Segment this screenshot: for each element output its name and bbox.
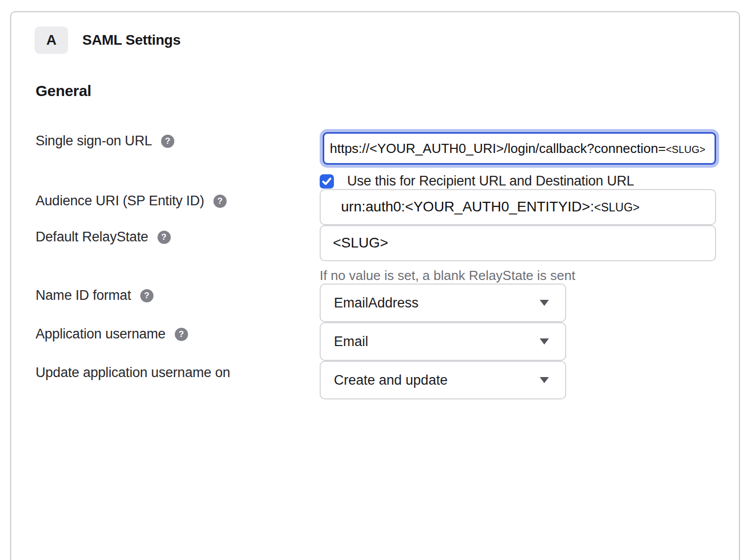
audience-uri-input[interactable]: urn:auth0:<YOUR_AUTH0_ENTITYID>:<SLUG> <box>320 189 716 225</box>
section-badge: A <box>35 26 68 54</box>
name-id-format-value: EmailAddress <box>334 295 419 311</box>
help-icon[interactable]: ? <box>161 135 174 148</box>
chevron-down-icon <box>540 300 549 306</box>
row-update-application-username: Update application username on Create an… <box>36 361 719 399</box>
row-default-relay-state: Default RelayState ? <SLUG> If no value … <box>36 225 719 284</box>
default-relay-state-helper: If no value is set, a blank RelayState i… <box>320 268 716 284</box>
help-icon[interactable]: ? <box>175 328 188 341</box>
checkmark-icon <box>322 177 332 186</box>
name-id-format-label: Name ID format <box>36 288 131 303</box>
single-sign-on-url-value: https://<YOUR_AUTH0_URI>/login/callback?… <box>330 141 666 157</box>
single-sign-on-url-label-group: Single sign-on URL ? <box>36 129 320 149</box>
card-header: A SAML Settings <box>35 26 719 54</box>
update-application-username-label: Update application username on <box>36 365 230 381</box>
single-sign-on-url-slug: <SLUG> <box>666 144 705 155</box>
single-sign-on-url-label: Single sign-on URL <box>36 133 152 149</box>
help-icon[interactable]: ? <box>158 231 171 244</box>
row-application-username: Application username ? Email <box>36 322 719 361</box>
audience-uri-label: Audience URI (SP Entity ID) <box>36 193 204 209</box>
chevron-down-icon <box>540 338 549 345</box>
application-username-select[interactable]: Email <box>320 322 566 361</box>
name-id-format-select[interactable]: EmailAddress <box>320 284 566 322</box>
default-relay-state-input[interactable]: <SLUG> <box>320 225 716 261</box>
row-single-sign-on-url: Single sign-on URL ? https://<YOUR_AUTH0… <box>36 129 719 189</box>
row-name-id-format: Name ID format ? EmailAddress <box>36 284 719 322</box>
page-title: SAML Settings <box>82 32 180 48</box>
saml-settings-card: A SAML Settings General Single sign-on U… <box>10 11 740 560</box>
audience-uri-slug: <SLUG> <box>594 201 640 214</box>
recipient-destination-checkbox-label: Use this for Recipient URL and Destinati… <box>347 173 634 189</box>
name-id-format-label-group: Name ID format ? <box>36 284 320 303</box>
row-audience-uri: Audience URI (SP Entity ID) ? urn:auth0:… <box>36 189 719 225</box>
default-relay-state-label: Default RelayState <box>36 229 148 245</box>
section-title-general: General <box>36 82 719 100</box>
audience-uri-value: urn:auth0:<YOUR_AUTH0_ENTITYID>: <box>341 199 594 215</box>
single-sign-on-url-input[interactable]: https://<YOUR_AUTH0_URI>/login/callback?… <box>323 132 716 165</box>
application-username-label: Application username <box>36 326 166 342</box>
default-relay-state-control: <SLUG> If no value is set, a blank Relay… <box>320 225 716 284</box>
audience-uri-label-group: Audience URI (SP Entity ID) ? <box>36 189 320 209</box>
application-username-value: Email <box>334 334 368 350</box>
recipient-destination-checkbox-row: Use this for Recipient URL and Destinati… <box>320 173 716 189</box>
application-username-label-group: Application username ? <box>36 322 320 342</box>
update-application-username-value: Create and update <box>334 372 448 388</box>
help-icon[interactable]: ? <box>213 195 227 208</box>
help-icon[interactable]: ? <box>140 289 153 302</box>
default-relay-state-value: <SLUG> <box>333 235 388 251</box>
section-badge-letter: A <box>46 32 56 48</box>
single-sign-on-url-control: https://<YOUR_AUTH0_URI>/login/callback?… <box>320 129 716 189</box>
recipient-destination-checkbox[interactable] <box>320 174 334 189</box>
update-application-username-select[interactable]: Create and update <box>320 361 566 399</box>
update-application-username-label-group: Update application username on <box>36 361 320 381</box>
saml-settings-form: Single sign-on URL ? https://<YOUR_AUTH0… <box>36 129 719 399</box>
default-relay-state-label-group: Default RelayState ? <box>36 225 320 245</box>
chevron-down-icon <box>540 377 549 383</box>
